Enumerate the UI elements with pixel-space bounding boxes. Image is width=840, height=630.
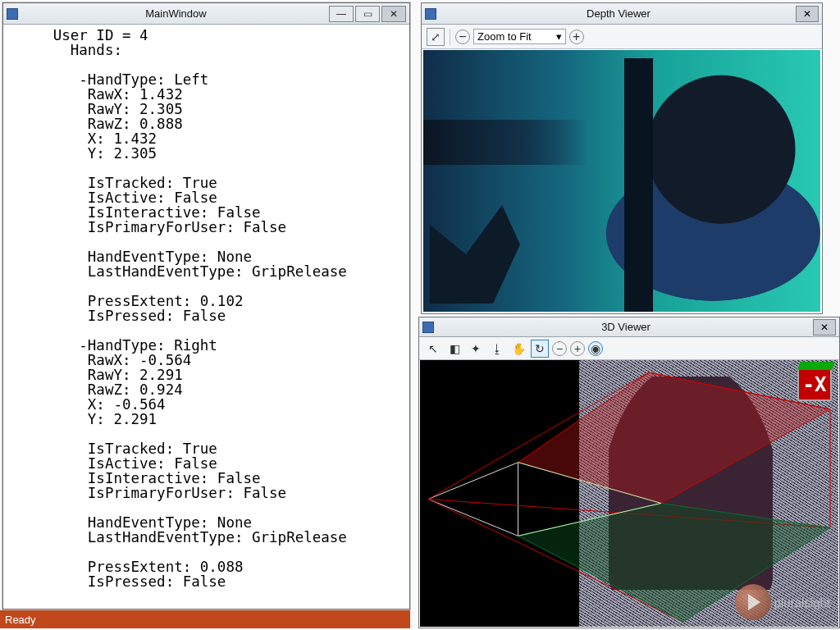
depth-canvas[interactable]: [423, 50, 820, 312]
status-text: Ready: [5, 614, 36, 626]
zoom-in-icon[interactable]: +: [570, 341, 585, 356]
pluralsight-logo: pluralsight: [735, 584, 830, 620]
main-window-body: User ID = 4 Hands: -HandType: Left RawX:…: [3, 25, 409, 609]
orbit-icon[interactable]: ↻: [531, 340, 549, 358]
main-window-title: MainWindow: [23, 7, 329, 20]
zoom-out-icon[interactable]: −: [455, 30, 470, 44]
minimize-button[interactable]: —: [329, 6, 354, 22]
close-button[interactable]: ✕: [796, 6, 819, 22]
depth-viewer-window: Depth Viewer ✕ ⤢ − Zoom to Fit ▾ +: [421, 2, 823, 314]
pan-icon[interactable]: ✋: [509, 340, 527, 358]
depth-title: Depth Viewer: [441, 7, 796, 20]
svg-marker-0: [518, 372, 831, 503]
maximize-button[interactable]: ▭: [355, 6, 380, 22]
play-icon: [748, 594, 760, 610]
zoom-to-fit-label: Zoom to Fit: [477, 30, 532, 43]
dropdown-icon: ▾: [556, 30, 562, 43]
earth-icon[interactable]: ◉: [588, 341, 603, 356]
status-bar: Ready: [0, 610, 410, 628]
app-icon: [422, 322, 434, 333]
fullscreen-icon[interactable]: ⤢: [427, 28, 445, 46]
app-icon: [425, 8, 436, 20]
depth-shape: [430, 205, 520, 304]
cursor-icon[interactable]: ↖: [424, 340, 442, 358]
toolbar-separator: [450, 29, 450, 45]
axis-x-label: -X: [797, 368, 832, 401]
main-window-titlebar[interactable]: MainWindow — ▭ ✕: [3, 3, 409, 25]
close-button[interactable]: ✕: [813, 319, 836, 336]
zoom-to-fit-dropdown[interactable]: Zoom to Fit ▾: [473, 29, 566, 44]
app-icon: [7, 8, 18, 20]
select-icon[interactable]: ◧: [445, 340, 463, 358]
depth-titlebar[interactable]: Depth Viewer ✕: [422, 3, 822, 25]
3d-toolbar: ↖ ◧ ✦ ⭳ ✋ ↻ − + ◉: [419, 337, 839, 360]
zoom-in-icon[interactable]: +: [569, 30, 584, 44]
depth-shape: [423, 120, 587, 165]
main-window: MainWindow — ▭ ✕ User ID = 4 Hands: -Han…: [2, 2, 410, 609]
3d-title: 3D Viewer: [439, 321, 813, 333]
zoom-out-icon[interactable]: −: [552, 341, 567, 356]
download-icon[interactable]: ⭳: [488, 340, 506, 358]
3d-viewer-window: 3D Viewer ✕ ↖ ◧ ✦ ⭳ ✋ ↻ − + ◉ -X p: [418, 317, 840, 628]
depth-toolbar: ⤢ − Zoom to Fit ▾ +: [422, 25, 822, 49]
close-button[interactable]: ✕: [381, 6, 406, 22]
pluralsight-icon: [735, 584, 771, 620]
pick-icon[interactable]: ✦: [467, 340, 485, 358]
pluralsight-text: pluralsight: [774, 596, 830, 609]
depth-shape: [624, 58, 653, 312]
3d-titlebar[interactable]: 3D Viewer ✕: [419, 317, 839, 337]
3d-canvas[interactable]: -X pluralsight: [420, 360, 838, 627]
